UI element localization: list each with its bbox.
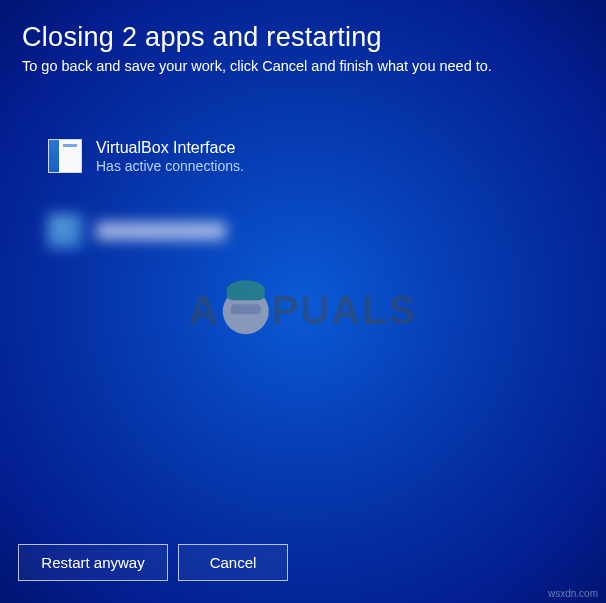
page-title: Closing 2 apps and restarting	[22, 22, 586, 53]
obscured-app-label	[96, 222, 226, 240]
watermark-prefix: A	[189, 288, 220, 333]
action-buttons: Restart anyway Cancel	[18, 544, 288, 581]
app-item-virtualbox: VirtualBox Interface Has active connecti…	[48, 139, 606, 174]
app-item-obscured	[48, 214, 606, 248]
watermark-mascot-icon	[223, 288, 269, 334]
watermark-logo: A PUALS	[189, 288, 417, 334]
virtualbox-icon	[48, 139, 82, 173]
header: Closing 2 apps and restarting To go back…	[0, 0, 606, 84]
app-status: Has active connections.	[96, 158, 244, 174]
app-name: VirtualBox Interface	[96, 139, 244, 157]
apps-list: VirtualBox Interface Has active connecti…	[0, 139, 606, 248]
watermark-suffix: PUALS	[272, 288, 418, 333]
app-text: VirtualBox Interface Has active connecti…	[96, 139, 244, 174]
source-attribution: wsxdn.com	[548, 588, 598, 599]
obscured-app-icon	[48, 214, 82, 248]
cancel-button[interactable]: Cancel	[178, 544, 288, 581]
restart-anyway-button[interactable]: Restart anyway	[18, 544, 168, 581]
page-subtitle: To go back and save your work, click Can…	[22, 58, 586, 74]
